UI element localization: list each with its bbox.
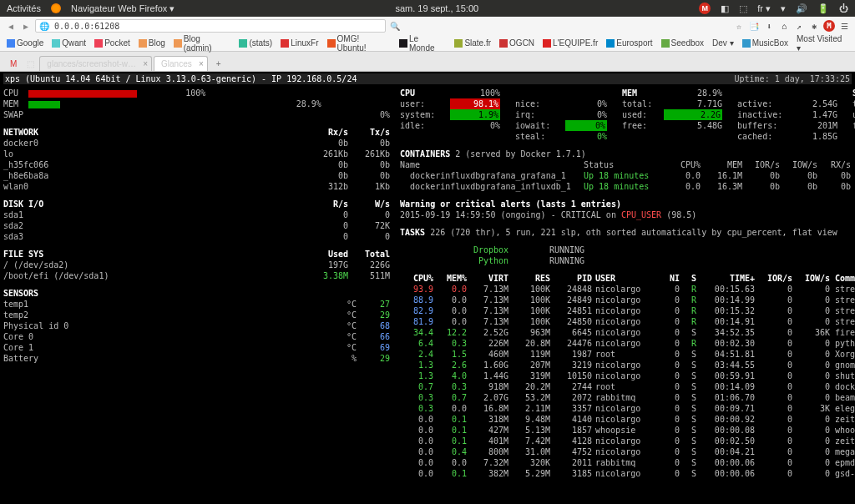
- gmail-pinned-tab[interactable]: M: [5, 57, 22, 71]
- glances-terminal: xps (Ubuntu 14.04 64bit / Linux 3.13.0-6…: [0, 72, 855, 504]
- bookmark-item[interactable]: Qwant: [52, 38, 86, 48]
- bookmark-item[interactable]: LinuxFr: [281, 38, 318, 48]
- home-icon[interactable]: ⌂: [778, 22, 790, 31]
- bookmark-item[interactable]: (stats): [239, 38, 272, 48]
- gnome-top-bar: Activités Navigateur Web Firefox ▾ sam. …: [0, 0, 855, 17]
- volume-icon[interactable]: 🔊: [796, 3, 807, 14]
- process-row: 81.90.07.13M100K24850nicolargo0R00:14.91…: [400, 316, 855, 327]
- back-button[interactable]: ◀: [5, 22, 17, 31]
- list-item: lo261Kb261Kb: [3, 149, 390, 159]
- alerts-section: Warning or critical alerts (lasts 1 entr…: [400, 199, 855, 220]
- uptime: Uptime: 1 day, 17:33:25: [735, 73, 850, 84]
- address-input[interactable]: 🌐 0.0.0.0:61208: [35, 19, 386, 33]
- bookmark-item[interactable]: Seedbox: [661, 38, 704, 48]
- tab-glances[interactable]: Glances×: [154, 56, 208, 71]
- wifi-icon[interactable]: ▾: [781, 3, 786, 14]
- tray-indicator-2[interactable]: ⬚: [739, 3, 747, 14]
- bookmark-item[interactable]: Le Monde: [399, 34, 446, 53]
- tasks-section: TASKS 226 (720 thr), 5 run, 221 slp, oth…: [400, 227, 855, 238]
- tray-indicator-1[interactable]: ◧: [721, 3, 729, 14]
- process-row: 6.40.3226M20.8M24476nicolargo0R00:02.300…: [400, 338, 855, 349]
- disk-section: DISK I/OR/sW/s sda100sda2072Ksda300: [3, 199, 390, 242]
- new-tab-button[interactable]: +: [210, 57, 228, 71]
- app-menu[interactable]: Navigateur Web Firefox ▾: [71, 3, 175, 14]
- mega-toolbar-icon[interactable]: M: [823, 20, 835, 32]
- power-icon[interactable]: ⏻: [839, 3, 848, 13]
- list-item: sda100: [3, 209, 390, 220]
- quick-cpu: CPU 100%: [3, 88, 390, 98]
- extras-row: Dropbox RUNNING À jour: [400, 244, 855, 255]
- list-item: docker00b0b: [3, 138, 390, 149]
- bookmark-item[interactable]: Slate.fr: [454, 38, 491, 48]
- bookmark-item[interactable]: Google: [7, 38, 43, 48]
- bookmark-item[interactable]: MusicBox: [742, 38, 788, 48]
- ext1-icon[interactable]: ✱: [808, 22, 820, 31]
- list-item: /boot/efi (/dev/sda1)3.38M511M: [3, 270, 390, 281]
- stats-row: CPU100% user:98.1%system:1.9%idle:0% nic…: [400, 88, 855, 142]
- search-icon[interactable]: 🔍: [389, 22, 401, 31]
- lang-indicator[interactable]: fr ▾: [757, 3, 771, 14]
- github-pinned-tab[interactable]: ⬚: [22, 57, 39, 71]
- process-row: 0.00.1382M5.29M3185nicolargo0S00:00.0600…: [400, 468, 855, 479]
- firefox-icon: [51, 3, 61, 13]
- tab-screenshot[interactable]: glances/screenshot-w…×: [39, 56, 152, 71]
- process-row: 93.90.07.13M100K24848nicolargo0R00:15.63…: [400, 284, 855, 295]
- bookmark-item[interactable]: L'EQUIPE.fr: [543, 38, 598, 48]
- quick-swap: SWAP 0%: [3, 109, 390, 120]
- tab-strip: M ⬚ glances/screenshot-w…× Glances× +: [0, 52, 855, 72]
- close-icon[interactable]: ×: [199, 59, 204, 68]
- process-row: 0.00.1401M7.42M4128nicolargo0S00:02.5000…: [400, 436, 855, 446]
- fs-section: FILE SYSUsedTotal / (/dev/sda2)197G226G/…: [3, 249, 390, 281]
- bookmarks-toolbar: Google Qwant Pocket Blog Blog (admin) (s…: [0, 35, 855, 52]
- process-row: 0.30.016.8M2.11M3357nicolargo0S00:09.710…: [400, 403, 855, 414]
- process-row: 0.70.3918M20.2M2744root0S00:14.0900docke…: [400, 381, 855, 392]
- menu-icon[interactable]: ☰: [838, 22, 850, 31]
- bookmark-item[interactable]: Dev ▾: [712, 38, 734, 48]
- forward-button[interactable]: ▶: [20, 22, 32, 31]
- bookmark-item[interactable]: Blog (admin): [174, 34, 231, 53]
- container-row: dockerinfluxdbgrafana_grafana_1Up 18 min…: [400, 170, 855, 181]
- bookmark-item[interactable]: OGCN: [499, 38, 534, 48]
- list-item: wlan0312b1Kb: [3, 181, 390, 192]
- bookmark-item[interactable]: Most Visited ▾: [797, 34, 848, 53]
- host-header: xps (Ubuntu 14.04 64bit / Linux 3.13.0-6…: [5, 73, 357, 84]
- list-item: sda300: [3, 231, 390, 242]
- star-icon[interactable]: ☆: [733, 22, 745, 31]
- network-section: NETWORKRx/sTx/s docker00b0blo261Kb261Kb_…: [3, 127, 390, 192]
- list-item: Battery%29: [3, 353, 390, 364]
- share-icon[interactable]: ↗: [793, 22, 805, 31]
- readlater-icon[interactable]: 📑: [748, 22, 760, 31]
- process-row: 0.00.4800M31.0M4752nicolargo0S00:04.2100…: [400, 446, 855, 457]
- site-globe-icon: 🌐: [39, 22, 54, 31]
- firefox-url-bar: ◀ ▶ 🌐 0.0.0.0:61208 🔍 ☆ 📑 ⬇ ⌂ ↗ ✱ M ☰: [0, 17, 855, 35]
- sensors-section: SENSORS temp1°C27temp2°C29Physical id 0°…: [3, 288, 390, 364]
- list-item: temp2°C29: [3, 310, 390, 320]
- container-row: dockerinfluxdbgrafana_influxdb_1Up 18 mi…: [400, 181, 855, 192]
- close-icon[interactable]: ×: [143, 59, 148, 68]
- clock[interactable]: sam. 19 sept., 15:00: [395, 3, 478, 13]
- mega-tray-icon[interactable]: M: [699, 3, 711, 14]
- process-row: 34.412.22.52G963M6645nicolargo0S34:52.35…: [400, 327, 855, 338]
- bookmark-item[interactable]: OMG! Ubuntu!: [327, 34, 391, 53]
- bookmark-item[interactable]: Pocket: [94, 38, 130, 48]
- process-row: 0.30.72.07G53.2M2072rabbitmq0S01:06.7000…: [400, 392, 855, 403]
- bookmark-item[interactable]: Blog: [139, 38, 165, 48]
- process-row: 2.41.5460M119M1987root0S04:51.8100Xorg: [400, 349, 855, 360]
- process-row: 1.32.61.60G207M3219nicolargo0S03:44.5500…: [400, 360, 855, 370]
- process-row: 0.00.1427M5.13M1857whoopsie0S00:00.0800w…: [400, 425, 855, 436]
- list-item: Physical id 0°C68: [3, 320, 390, 331]
- battery-icon[interactable]: 🔋: [817, 3, 829, 14]
- download-icon[interactable]: ⬇: [763, 22, 775, 31]
- bookmark-item[interactable]: Eurosport: [606, 38, 652, 48]
- list-item: Core 1°C69: [3, 342, 390, 353]
- process-table: CPU% MEM% VIRT RES PID USER NI S TIME+ I…: [400, 273, 855, 479]
- process-row: 88.90.07.13M100K24849nicolargo0R00:14.99…: [400, 295, 855, 305]
- activities-button[interactable]: Activités: [7, 3, 41, 13]
- list-item: / (/dev/sda2)197G226G: [3, 260, 390, 270]
- process-row: 1.34.01.44G319M10150nicolargo0S00:59.910…: [400, 370, 855, 381]
- containers-section: CONTAINERS 2 (served by Docker 1.7.1) Na…: [400, 149, 855, 192]
- list-item: _h35fc0660b0b: [3, 159, 390, 170]
- quick-mem: MEM 28.9%: [3, 98, 390, 109]
- list-item: _h8e6ba8a0b0b: [3, 170, 390, 181]
- extras-row2: Python RUNNING CPU: 6.4% | MEM: 0.3%: [400, 255, 855, 266]
